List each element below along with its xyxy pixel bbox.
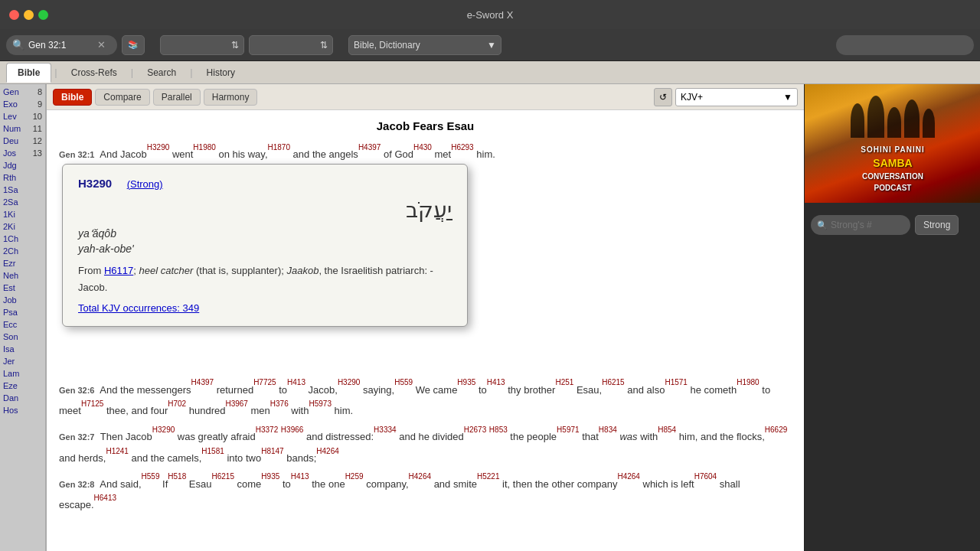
tab-cross-refs[interactable]: Cross-Refs: [60, 63, 128, 83]
s-h3290-6[interactable]: H3290: [338, 379, 360, 387]
sidebar-item-eze[interactable]: Eze: [0, 380, 24, 392]
sub-tab-bible[interactable]: Bible: [53, 89, 92, 106]
sidebar-item-hos[interactable]: Hos: [0, 404, 24, 416]
books-button[interactable]: 📚: [122, 35, 145, 55]
minimize-button[interactable]: [24, 10, 34, 20]
chapter-9[interactable]: 9: [24, 98, 45, 110]
s-h4264-8[interactable]: H4264: [409, 473, 431, 481]
refresh-button[interactable]: ↺: [654, 88, 672, 106]
chapter-10[interactable]: 10: [24, 110, 45, 122]
sidebar-item-1sa[interactable]: 1Sa: [0, 184, 24, 196]
s-h6413[interactable]: H6413: [94, 494, 116, 502]
sidebar-item-2ki[interactable]: 2Ki: [0, 220, 24, 233]
right-search-box[interactable]: [836, 35, 974, 55]
sidebar-item-lev[interactable]: Lev: [0, 110, 24, 122]
s-h6215-6[interactable]: H6215: [602, 379, 624, 387]
s-h935[interactable]: H935: [457, 379, 475, 387]
sidebar-item-num[interactable]: Num: [0, 122, 24, 135]
s-h6215-8[interactable]: H6215: [211, 473, 234, 481]
s-h1571[interactable]: H1571: [665, 379, 687, 387]
s-h4397-6[interactable]: H4397: [191, 379, 214, 387]
popup-strong-link[interactable]: (Strong): [127, 178, 163, 190]
sidebar-item-ezr[interactable]: Ezr: [0, 257, 24, 269]
strongs-h430-1[interactable]: H430: [413, 143, 432, 152]
s-h413-8[interactable]: H413: [291, 473, 309, 481]
s-h518[interactable]: H518: [168, 473, 186, 481]
tab-bible[interactable]: Bible: [6, 63, 51, 83]
s-h376[interactable]: H376: [270, 399, 289, 408]
chapter-13[interactable]: 13: [24, 147, 45, 159]
close-button[interactable]: [9, 10, 19, 20]
s-h935-8[interactable]: H935: [261, 473, 279, 481]
book-dropdown[interactable]: ⇅: [160, 35, 244, 55]
s-h3966[interactable]: H3966: [281, 425, 303, 434]
s-h5973-6[interactable]: H5973: [309, 399, 331, 408]
s-h3967[interactable]: H3967: [225, 399, 247, 408]
right-search-input[interactable]: [842, 40, 942, 51]
tab-search[interactable]: Search: [136, 63, 187, 83]
sub-tab-harmony[interactable]: Harmony: [204, 89, 258, 106]
strongs-h1980[interactable]: H1980: [193, 143, 215, 152]
sidebar-item-son[interactable]: Son: [0, 331, 24, 343]
s-h413-6b[interactable]: H413: [487, 379, 505, 387]
sidebar-item-jos[interactable]: Jos: [0, 147, 24, 159]
sidebar-item-ecc[interactable]: Ecc: [0, 318, 24, 331]
chapter-dropdown[interactable]: ⇅: [249, 35, 333, 55]
s-h4264-7[interactable]: H4264: [316, 447, 338, 455]
sidebar-item-exo[interactable]: Exo: [0, 98, 24, 110]
chapter-11[interactable]: 11: [24, 122, 45, 135]
s-h559-6[interactable]: H559: [394, 379, 413, 387]
popup-strongs-num[interactable]: H3290: [78, 177, 112, 190]
s-h413-6[interactable]: H413: [287, 379, 305, 387]
sidebar-item-1ch[interactable]: 1Ch: [0, 233, 24, 245]
s-h853[interactable]: H853: [489, 425, 508, 434]
popup-kjv-link[interactable]: Total KJV occurrences: 349: [78, 302, 199, 314]
s-h5221[interactable]: H5221: [477, 473, 499, 481]
sidebar-item-deu[interactable]: Deu: [0, 135, 24, 147]
popup-kjv-count[interactable]: Total KJV occurrences: 349: [78, 302, 452, 314]
strongs-h3290[interactable]: H3290: [147, 143, 169, 152]
sidebar-item-neh[interactable]: Neh: [0, 269, 24, 282]
s-h7725[interactable]: H7725: [253, 379, 276, 387]
popup-h6117-link[interactable]: H6117: [104, 265, 133, 276]
strongs-search-input[interactable]: [831, 220, 900, 230]
s-h1241[interactable]: H1241: [106, 447, 128, 455]
strongs-h4397[interactable]: H4397: [358, 143, 381, 152]
verse-ref-32-1[interactable]: Gen 32:1: [59, 150, 94, 159]
sidebar-item-psa[interactable]: Psa: [0, 306, 24, 318]
clear-icon[interactable]: ✕: [97, 39, 106, 51]
sidebar-item-lam[interactable]: Lam: [0, 367, 24, 380]
verse-search-box[interactable]: 🔍 ✕: [6, 35, 117, 55]
resource-dropdown[interactable]: Bible, Dictionary ▼: [348, 35, 501, 55]
sidebar-item-2sa[interactable]: 2Sa: [0, 196, 24, 208]
s-h702[interactable]: H702: [168, 399, 186, 408]
sidebar-item-jer[interactable]: Jer: [0, 355, 24, 367]
s-h7604[interactable]: H7604: [694, 473, 717, 481]
s-h251-6[interactable]: H251: [555, 379, 573, 387]
s-h1980-6[interactable]: H1980: [737, 379, 759, 387]
s-h834[interactable]: H834: [599, 425, 617, 434]
verse-ref-32-6[interactable]: Gen 32:6: [59, 386, 94, 395]
s-h3372[interactable]: H3372: [256, 425, 278, 434]
sidebar-item-dan[interactable]: Dan: [0, 392, 24, 404]
sub-tab-parallel[interactable]: Parallel: [153, 89, 201, 106]
sidebar-item-gen[interactable]: Gen: [0, 86, 24, 98]
strongs-button[interactable]: Strong: [915, 215, 959, 235]
chapter-12[interactable]: 12: [24, 135, 45, 147]
sidebar-item-est[interactable]: Est: [0, 282, 24, 294]
s-h259[interactable]: H259: [345, 473, 364, 481]
verse-ref-32-7[interactable]: Gen 32:7: [59, 432, 94, 442]
sidebar-item-jdg[interactable]: Jdg: [0, 159, 24, 171]
sidebar-item-isa[interactable]: Isa: [0, 343, 24, 355]
strongs-h1870[interactable]: H1870: [268, 143, 290, 152]
chapter-8[interactable]: 8: [24, 86, 45, 98]
strongs-h6293[interactable]: H6293: [451, 143, 473, 152]
version-dropdown[interactable]: KJV+ ▼: [675, 88, 798, 106]
s-h854[interactable]: H854: [658, 425, 676, 434]
s-h1581[interactable]: H1581: [201, 447, 224, 455]
sidebar-item-rth[interactable]: Rth: [0, 171, 24, 184]
strongs-search-box[interactable]: 🔍: [811, 215, 910, 235]
s-h5971[interactable]: H5971: [557, 425, 579, 434]
s-h7125[interactable]: H7125: [81, 399, 103, 408]
s-h559-8[interactable]: H559: [142, 473, 160, 481]
